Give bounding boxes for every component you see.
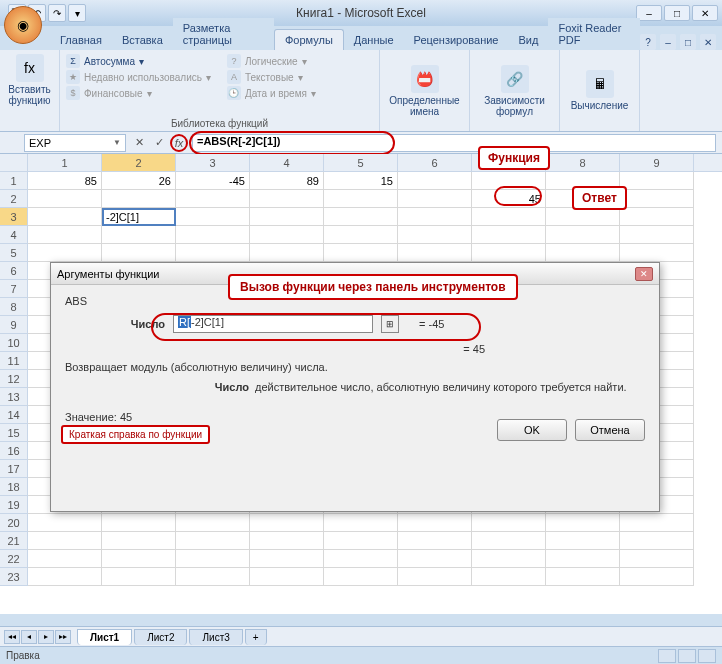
tab-data[interactable]: Данные [344, 30, 404, 50]
cell[interactable] [102, 532, 176, 550]
cell[interactable] [398, 244, 472, 262]
cell[interactable] [620, 226, 694, 244]
cell[interactable] [102, 244, 176, 262]
cell[interactable] [620, 208, 694, 226]
row-header[interactable]: 13 [0, 388, 28, 406]
cell[interactable] [102, 226, 176, 244]
tab-review[interactable]: Рецензирование [404, 30, 509, 50]
view-pagebreak-icon[interactable] [698, 649, 716, 663]
defined-names-button[interactable]: 📛 Определенные имена [380, 50, 470, 131]
col-header[interactable]: 4 [250, 154, 324, 171]
cell[interactable] [398, 172, 472, 190]
row-header[interactable]: 23 [0, 568, 28, 586]
help-icon[interactable]: ? [640, 34, 656, 50]
cell[interactable] [472, 226, 546, 244]
formula-auditing-button[interactable]: 🔗 Зависимости формул [470, 50, 560, 131]
row-header[interactable]: 18 [0, 478, 28, 496]
financial-button[interactable]: $Финансовые ▾ [66, 86, 211, 100]
fx-button[interactable]: fx [170, 134, 188, 152]
cell[interactable] [620, 568, 694, 586]
row-header[interactable]: 7 [0, 280, 28, 298]
row-header[interactable]: 4 [0, 226, 28, 244]
dialog-arg-input[interactable]: R[-2]C[1] [173, 315, 373, 333]
cell[interactable] [28, 532, 102, 550]
tab-view[interactable]: Вид [509, 30, 549, 50]
dialog-cancel-button[interactable]: Отмена [575, 419, 645, 441]
cell[interactable] [28, 208, 102, 226]
cell[interactable] [176, 568, 250, 586]
row-header[interactable]: 3 [0, 208, 28, 226]
cell[interactable]: -2]C[1] [102, 208, 176, 226]
cell[interactable]: 26 [102, 172, 176, 190]
cell[interactable] [28, 244, 102, 262]
cell[interactable] [472, 568, 546, 586]
cell[interactable] [324, 208, 398, 226]
row-header[interactable]: 10 [0, 334, 28, 352]
cell[interactable]: 45 [472, 190, 546, 208]
calculation-button[interactable]: 🖩 Вычисление [560, 50, 640, 131]
cell[interactable] [398, 568, 472, 586]
row-header[interactable]: 21 [0, 532, 28, 550]
cell[interactable] [250, 532, 324, 550]
row-header[interactable]: 19 [0, 496, 28, 514]
insert-function-button[interactable]: fx Вставить функцию [6, 52, 53, 108]
cell[interactable] [250, 550, 324, 568]
dialog-ok-button[interactable]: OK [497, 419, 567, 441]
cell[interactable] [28, 190, 102, 208]
row-header[interactable]: 12 [0, 370, 28, 388]
row-header[interactable]: 8 [0, 298, 28, 316]
cell[interactable] [472, 244, 546, 262]
workbook-close-icon[interactable]: ✕ [700, 34, 716, 50]
row-header[interactable]: 17 [0, 460, 28, 478]
tab-page-layout[interactable]: Разметка страницы [173, 18, 274, 50]
sheet-nav-last-icon[interactable]: ▸▸ [55, 630, 71, 644]
sheet-nav-first-icon[interactable]: ◂◂ [4, 630, 20, 644]
col-header[interactable]: 8 [546, 154, 620, 171]
sheet-add-button[interactable]: + [245, 629, 267, 645]
cell[interactable] [250, 226, 324, 244]
cell[interactable] [324, 190, 398, 208]
maximize-button[interactable]: □ [664, 5, 690, 21]
view-layout-icon[interactable] [678, 649, 696, 663]
name-box-dropdown-icon[interactable]: ▼ [113, 138, 121, 147]
tab-formulas[interactable]: Формулы [274, 29, 344, 50]
workbook-minimize-icon[interactable]: – [660, 34, 676, 50]
cell[interactable] [620, 514, 694, 532]
cell[interactable] [620, 244, 694, 262]
tab-foxit[interactable]: Foxit Reader PDF [548, 18, 640, 50]
cell[interactable] [398, 226, 472, 244]
cell[interactable] [102, 514, 176, 532]
cell[interactable] [324, 244, 398, 262]
cell[interactable] [176, 532, 250, 550]
col-header[interactable]: 1 [28, 154, 102, 171]
cell[interactable] [398, 532, 472, 550]
row-header[interactable]: 11 [0, 352, 28, 370]
cell[interactable] [472, 208, 546, 226]
cell[interactable] [176, 514, 250, 532]
cell[interactable] [324, 532, 398, 550]
cell[interactable] [102, 550, 176, 568]
logical-button[interactable]: ?Логические ▾ [227, 54, 316, 68]
sheet-nav-prev-icon[interactable]: ◂ [21, 630, 37, 644]
sheet-tab[interactable]: Лист3 [189, 629, 242, 645]
cell[interactable] [176, 550, 250, 568]
row-header[interactable]: 20 [0, 514, 28, 532]
select-all-corner[interactable] [0, 154, 28, 171]
cell[interactable] [250, 568, 324, 586]
row-header[interactable]: 14 [0, 406, 28, 424]
cell[interactable] [398, 514, 472, 532]
cell[interactable] [398, 208, 472, 226]
cell[interactable] [546, 244, 620, 262]
row-header[interactable]: 2 [0, 190, 28, 208]
cell[interactable] [546, 550, 620, 568]
row-header[interactable]: 16 [0, 442, 28, 460]
dialog-close-button[interactable]: ✕ [635, 267, 653, 281]
row-header[interactable]: 22 [0, 550, 28, 568]
cell[interactable] [546, 514, 620, 532]
cell[interactable]: -45 [176, 172, 250, 190]
cell[interactable] [398, 190, 472, 208]
cell[interactable]: 85 [28, 172, 102, 190]
cell[interactable] [546, 532, 620, 550]
cell[interactable] [472, 172, 546, 190]
workbook-restore-icon[interactable]: □ [680, 34, 696, 50]
